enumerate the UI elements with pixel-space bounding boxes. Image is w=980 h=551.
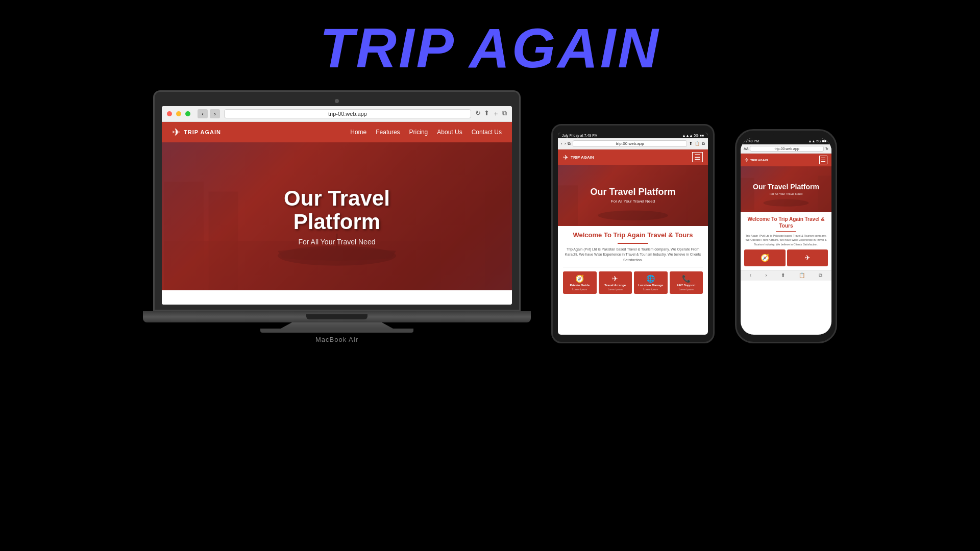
phone-bottom-bookmark[interactable]: 📋 <box>799 272 805 279</box>
tablet-hero-text: Our Travel Platform For All Your Travel … <box>590 187 675 204</box>
tablet-divider2 <box>563 267 703 267</box>
tablet-body: July Friday at 7:49 PM ▲▲▲ 5G ■■ ‹ › ⧉ t… <box>551 124 715 343</box>
tablet-url-bar[interactable]: trip-00.web.app <box>573 140 687 147</box>
phone-airplane-icon: ✈ <box>745 157 749 163</box>
phone-content: Welcome To Trip Again Travel & Tours Tri… <box>741 212 831 270</box>
tablet-feature-guide: 🧭 Private Guide Lorem ipsum <box>563 271 597 293</box>
tablet-hero: Our Travel Platform For All Your Travel … <box>558 165 708 226</box>
tablet-description: Trip Again (Pvt) Ltd is Pakistan based T… <box>563 247 703 263</box>
phone-feature-guide: 🧭 <box>744 249 786 266</box>
laptop-foot <box>260 329 413 333</box>
phone-notch <box>771 131 801 135</box>
laptop-site-header: ✈ TRIP AGAIN Home Features Pricing About… <box>162 122 512 142</box>
phone-bottom-bar: ‹ › ⬆ 📋 ⧉ <box>741 270 831 281</box>
svg-rect-12 <box>818 176 831 210</box>
tablet-feature-location: 🌐 Location Manage Lorem ipsum <box>634 271 668 293</box>
nav-contact[interactable]: Contact Us <box>472 129 502 136</box>
tablet-tabs2-icon[interactable]: ⧉ <box>702 141 705 146</box>
phone-bottom-back[interactable]: ‹ <box>750 272 751 279</box>
phone-bottom-forward[interactable]: › <box>765 272 767 279</box>
tablet-share-icon[interactable]: ⬆ <box>689 141 693 146</box>
laptop-camera <box>335 99 339 103</box>
tablet-location-lorem: Lorem ipsum <box>635 288 666 291</box>
laptop-browser-bar: ‹ › trip-00.web.app ↻ ⬆ ＋ ⧉ <box>162 106 512 122</box>
tablet-bookmark-icon[interactable]: 📋 <box>695 141 700 146</box>
tablet-location-label: Location Manage <box>635 284 666 287</box>
tablet-support-lorem: Lorem ipsum <box>671 288 702 291</box>
phone-body: 7:49 PM ▲▲ 5G ■■ AA trip-00.web.app ↻ ✈ … <box>735 129 837 343</box>
phone-bottom-tabs[interactable]: ⧉ <box>819 272 822 279</box>
hero-subtitle: For All Your Travel Need <box>250 238 425 246</box>
laptop-notch <box>306 314 368 319</box>
tablet-back-btn[interactable]: ‹ <box>561 141 562 146</box>
svg-rect-9 <box>688 181 708 226</box>
laptop-label: MacBook Air <box>315 336 358 343</box>
airplane-icon: ✈ <box>172 126 181 138</box>
phone-browser-bar: AA trip-00.web.app ↻ <box>741 144 831 154</box>
nav-home[interactable]: Home <box>350 129 366 136</box>
tablet-forward-btn[interactable]: › <box>565 141 566 146</box>
phone-hero: Our Travel Platform For All Your Travel … <box>741 166 831 212</box>
tablet-airplane-icon: ✈ <box>563 154 569 161</box>
phone-bottom-share[interactable]: ⬆ <box>781 272 785 279</box>
browser-minimize-btn[interactable] <box>176 111 181 116</box>
hero-title: Our Travel Platform <box>250 187 425 234</box>
share-icon[interactable]: ⬆ <box>484 109 489 118</box>
browser-forward-button[interactable]: › <box>210 109 220 118</box>
phone-reload-icon[interactable]: ↻ <box>825 147 828 151</box>
devices-container: ‹ › trip-00.web.app ↻ ⬆ ＋ ⧉ ✈ TRIP <box>0 90 980 343</box>
svg-rect-8 <box>558 185 578 225</box>
tablet-tabs-icon[interactable]: ⧉ <box>568 141 571 146</box>
tablet-signal: ▲▲▲ 5G ■■ <box>682 134 704 137</box>
svg-rect-11 <box>741 178 754 210</box>
phone-hero-text: Our Travel Platform For All Your Travel … <box>753 183 819 195</box>
tablet-hero-title: Our Travel Platform <box>590 187 675 197</box>
laptop-site-nav: Home Features Pricing About Us Contact U… <box>350 129 502 136</box>
tablet-divider <box>618 243 648 244</box>
tablet-logo: ✈ TRIP AGAIN <box>563 154 594 161</box>
phone-signal: ▲▲ 5G ■■ <box>808 139 826 143</box>
phone-screen: 7:49 PM ▲▲ 5G ■■ AA trip-00.web.app ↻ ✈ … <box>741 138 831 335</box>
tablet-support-icon: 📞 <box>671 274 702 283</box>
phone-logo-text: TRIP AGAIN <box>750 159 768 162</box>
nav-about[interactable]: About Us <box>437 129 462 136</box>
browser-close-btn[interactable] <box>167 111 172 116</box>
tablet-screen: July Friday at 7:49 PM ▲▲▲ 5G ■■ ‹ › ⧉ t… <box>558 133 708 335</box>
tablet-features: 🧭 Private Guide Lorem ipsum ✈ Travel Arr… <box>563 271 703 293</box>
tablet-logo-text: TRIP AGAIN <box>571 155 594 160</box>
svg-point-13 <box>764 199 809 207</box>
browser-maximize-btn[interactable] <box>185 111 190 116</box>
phone-site-header: ✈ TRIP AGAIN ☰ <box>741 154 831 166</box>
tablet-travel-icon: ✈ <box>600 274 631 283</box>
reload-icon[interactable]: ↻ <box>475 109 481 118</box>
tablet-guide-label: Private Guide <box>565 284 595 287</box>
phone-divider <box>776 231 796 232</box>
tablet-location-icon: 🌐 <box>635 274 666 283</box>
phone-time: 7:49 PM <box>746 139 759 143</box>
phone-travel-icon: ✈ <box>789 254 827 262</box>
tablet-feature-travel: ✈ Travel Arrange Lorem ipsum <box>599 271 632 293</box>
phone-device: 7:49 PM ▲▲ 5G ■■ AA trip-00.web.app ↻ ✈ … <box>735 129 837 343</box>
phone-hero-title: Our Travel Platform <box>753 183 819 191</box>
phone-guide-icon: 🧭 <box>746 254 784 262</box>
phone-features: 🧭 ✈ <box>744 249 828 266</box>
newtab-icon[interactable]: ＋ <box>493 109 499 118</box>
browser-back-button[interactable]: ‹ <box>198 109 208 118</box>
laptop-body: ‹ › trip-00.web.app ↻ ⬆ ＋ ⧉ ✈ TRIP <box>153 90 521 311</box>
tablet-travel-lorem: Lorem ipsum <box>600 288 631 291</box>
tablet-content: Welcome To Trip Again Travel & Tours Tri… <box>558 226 708 299</box>
phone-menu-icon[interactable]: ☰ <box>819 156 827 164</box>
phone-url-bar[interactable]: trip-00.web.app <box>750 146 824 152</box>
tabs-icon[interactable]: ⧉ <box>502 109 507 118</box>
svg-point-10 <box>598 210 668 220</box>
nav-pricing[interactable]: Pricing <box>409 129 428 136</box>
laptop-url-bar[interactable]: trip-00.web.app <box>224 109 471 118</box>
laptop-base <box>143 311 531 322</box>
nav-features[interactable]: Features <box>376 129 400 136</box>
laptop-site-logo: ✈ TRIP AGAIN <box>172 126 221 138</box>
phone-aa-icon[interactable]: AA <box>744 147 748 151</box>
tablet-menu-icon[interactable]: ☰ <box>692 152 703 162</box>
laptop-logo-text: TRIP AGAIN <box>184 129 221 135</box>
tablet-status-bar: July Friday at 7:49 PM ▲▲▲ 5G ■■ <box>558 133 708 138</box>
laptop-device: ‹ › trip-00.web.app ↻ ⬆ ＋ ⧉ ✈ TRIP <box>143 90 531 343</box>
